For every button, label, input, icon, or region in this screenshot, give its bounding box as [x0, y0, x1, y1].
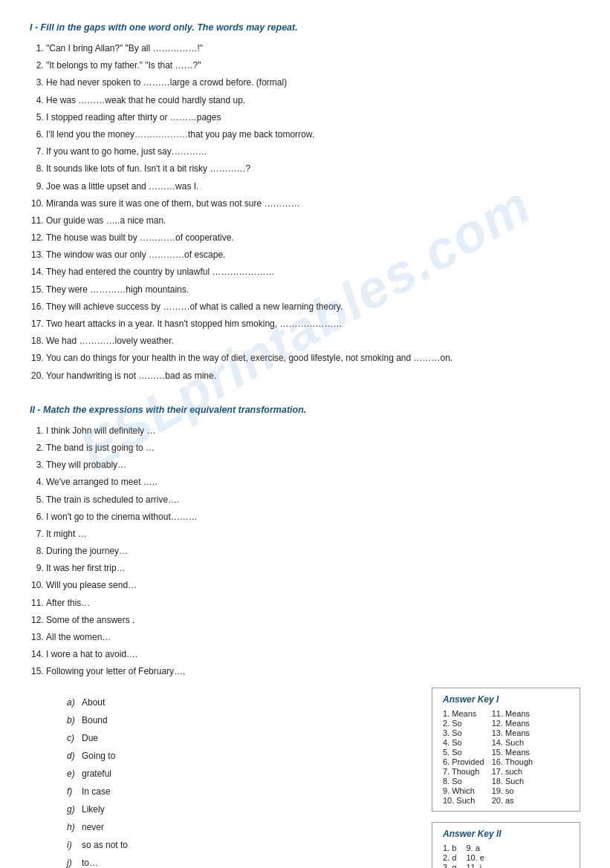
- opt-text: Going to: [82, 747, 115, 765]
- opt-text: Bound: [82, 711, 108, 729]
- list-item: I wore a hat to avoid….: [46, 646, 580, 662]
- list-item: Two heart attacks in a year. It hasn't s…: [46, 316, 580, 332]
- list-item: d)Going to: [67, 747, 417, 765]
- list-item: I'll lend you the money………………that you pa…: [46, 126, 580, 143]
- list-item: I think John will definitely …: [46, 422, 580, 439]
- list-item: The band is just going to …: [46, 440, 580, 456]
- list-item: f)In case: [67, 783, 417, 800]
- list-item: Our guide was …..a nice man.: [46, 212, 580, 229]
- ak-entry: 19. so: [492, 786, 533, 795]
- ak-entry: 16. Though: [492, 757, 533, 766]
- list-item: I won't go to the cinema without………: [46, 509, 580, 525]
- list-item: e)grateful: [67, 765, 417, 783]
- list-item: Will you please send…: [46, 577, 580, 593]
- ak1-col-a: 1. Means2. So3. So4. So5. So6. Provided7…: [443, 709, 484, 805]
- ak-entry: 11. Means: [492, 709, 533, 718]
- list-item: "Can I bring Allan?" "By all ……………!": [46, 40, 580, 56]
- ak-entry: 3. g: [443, 863, 458, 868]
- opt-text: to…: [82, 854, 98, 868]
- list-item: They were …………high mountains.: [46, 281, 580, 298]
- opt-label: g): [67, 800, 82, 818]
- section-1-title: I - Fill in the gaps with one word only.…: [30, 22, 580, 33]
- list-item: They will achieve success by ………of what …: [46, 298, 580, 315]
- list-item: After this…: [46, 595, 580, 611]
- list-item: If you want to go home, just say…………: [46, 143, 580, 160]
- ak-entry: 11. j: [466, 863, 484, 868]
- bottom-section: a)Aboutb)Boundc)Dued)Going toe)gratefulf…: [30, 688, 580, 868]
- ak2-title: Answer Key II: [443, 829, 569, 839]
- list-item: g)Likely: [67, 800, 417, 818]
- ak-entry: 4. So: [443, 738, 484, 747]
- opt-label: i): [67, 836, 82, 854]
- ak-entry: 2. So: [443, 719, 484, 728]
- ak-entry: 7. Though: [443, 767, 484, 776]
- list-item: It might …: [46, 526, 580, 542]
- ak-entry: 8. So: [443, 777, 484, 786]
- ak1-columns: 1. Means2. So3. So4. So5. So6. Provided7…: [443, 709, 569, 805]
- ak-entry: 1. Means: [443, 709, 484, 718]
- opt-text: grateful: [82, 765, 111, 783]
- answer-key-1-box: Answer Key I 1. Means2. So3. So4. So5. S…: [432, 688, 580, 812]
- ak-entry: 17. such: [492, 767, 533, 776]
- list-item: They had entered the country by unlawful…: [46, 264, 580, 280]
- list-item: Your handwriting is not ………bad as mine.: [46, 368, 580, 384]
- list-item: Joe was a little upset and ………was I.: [46, 178, 580, 195]
- ak-entry: 15. Means: [492, 748, 533, 757]
- section-2-title: II - Match the expressions with their eq…: [30, 405, 580, 415]
- list-item: j)to…: [67, 854, 417, 868]
- ak-entry: 3. So: [443, 728, 484, 737]
- options-list: a)Aboutb)Boundc)Dued)Going toe)gratefulf…: [30, 694, 417, 868]
- list-item: The house was built by …………of cooperativ…: [46, 229, 580, 246]
- section-1-list: "Can I bring Allan?" "By all ……………!""It …: [30, 40, 580, 384]
- ak-entry: 14. Such: [492, 738, 533, 747]
- opt-label: b): [67, 711, 82, 729]
- opt-text: In case: [82, 783, 111, 800]
- opt-text: never: [82, 818, 104, 836]
- opt-label: c): [67, 729, 82, 747]
- ak2-columns: 1. b2. d3. g4. c5. c6. k7. f8. m9. a10. …: [443, 843, 569, 868]
- section-2: II - Match the expressions with their eq…: [30, 405, 580, 868]
- list-item: The window was our only …………of escape.: [46, 247, 580, 263]
- opt-label: a): [67, 694, 82, 711]
- list-item: c)Due: [67, 729, 417, 747]
- ak-entry: 9. Which: [443, 786, 484, 795]
- opt-label: e): [67, 765, 82, 783]
- ak1-col-b: 11. Means12. Means13. Means14. Such15. M…: [492, 709, 533, 805]
- list-item: h)never: [67, 818, 417, 836]
- list-item: He was ………weak that he could hardly stan…: [46, 92, 580, 108]
- opt-text: Due: [82, 729, 98, 747]
- list-item: They will probably…: [46, 457, 580, 473]
- list-item: During the journey…: [46, 543, 580, 559]
- list-item: The train is scheduled to arrive….: [46, 492, 580, 508]
- ak-entry: 2. d: [443, 853, 458, 862]
- opt-text: so as not to: [82, 836, 128, 854]
- opt-label: f): [67, 783, 82, 800]
- opt-text: Likely: [82, 800, 105, 818]
- ak2-col-b: 9. a10. e11. j12. n13. l14. i15. o: [466, 843, 484, 868]
- ak-entry: 10. Such: [443, 796, 484, 805]
- list-item: i)so as not to: [67, 836, 417, 854]
- ak-entry: 12. Means: [492, 719, 533, 728]
- ak-entry: 10. e: [466, 853, 484, 862]
- ak-entry: 9. a: [466, 843, 484, 852]
- ak2-col-a: 1. b2. d3. g4. c5. c6. k7. f8. m: [443, 843, 458, 868]
- list-item: We've arranged to meet …..: [46, 474, 580, 490]
- answer-key-container: Answer Key I 1. Means2. So3. So4. So5. S…: [432, 688, 580, 868]
- answer-key-2-box: Answer Key II 1. b2. d3. g4. c5. c6. k7.…: [432, 822, 580, 868]
- ak-entry: 5. So: [443, 748, 484, 757]
- list-item: a)About: [67, 694, 417, 711]
- list-item: Following your letter of February…,: [46, 663, 580, 679]
- list-item: I stopped reading after thirty or ………pag…: [46, 109, 580, 125]
- list-item: "It belongs to my father." "Is that ……?": [46, 57, 580, 74]
- list-item: You can do things for your health in the…: [46, 350, 580, 366]
- list-item: It was her first trip…: [46, 560, 580, 576]
- ak-entry: 18. Such: [492, 777, 533, 786]
- opt-label: d): [67, 747, 82, 765]
- list-item: All the women…: [46, 629, 580, 645]
- ak-entry: 13. Means: [492, 728, 533, 737]
- list-item: We had …………lovely weather.: [46, 333, 580, 349]
- opt-text: About: [82, 694, 105, 711]
- list-item: He had never spoken to ………large a crowd …: [46, 74, 580, 91]
- ak-entry: 20. as: [492, 796, 533, 805]
- ak1-title: Answer Key I: [443, 694, 569, 705]
